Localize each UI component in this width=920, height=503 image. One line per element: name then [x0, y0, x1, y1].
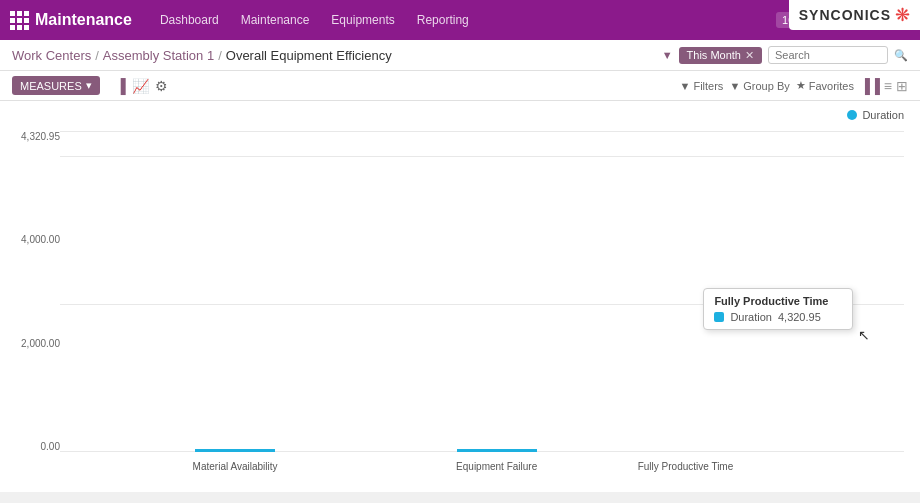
synconics-name: SYNCONICS — [799, 7, 891, 23]
measures-label: MEASURES — [20, 80, 82, 92]
synconics-icon: ❋ — [895, 4, 910, 26]
search-icon[interactable]: 🔍 — [894, 49, 908, 62]
breadcrumb-work-centers[interactable]: Work Centers — [12, 48, 91, 63]
chart-area: Duration 4,320.95 4,000.00 2,000.00 0.00… — [0, 101, 920, 492]
chart-legend: Duration — [847, 109, 904, 121]
gridline-2 — [60, 156, 904, 157]
breadcrumb-assembly-station[interactable]: Assembly Station 1 — [103, 48, 214, 63]
measures-button[interactable]: MEASURES ▾ — [12, 76, 100, 95]
breadcrumb-filters: ▼ This Month ✕ 🔍 — [662, 46, 908, 64]
y-axis: 4,320.95 4,000.00 2,000.00 0.00 — [10, 131, 60, 452]
filter-icon: ▼ — [680, 80, 691, 92]
bar-equipment-rect — [457, 449, 537, 452]
toolbar-right: ▼ Filters ▼ Group By ★ Favorites ▐▐ ≡ ⊞ — [680, 78, 908, 94]
line-chart-icon[interactable]: 📈 — [132, 78, 149, 94]
measures-dropdown-icon: ▾ — [86, 79, 92, 92]
toolbar-left: MEASURES ▾ ▐ 📈 ⚙ — [12, 76, 168, 95]
active-filter-tag[interactable]: This Month ✕ — [679, 47, 762, 64]
y-label-3: 2,000.00 — [21, 338, 60, 349]
favorites-label: Favorites — [809, 80, 854, 92]
chart-tooltip: Fully Productive Time Duration 4,320.95 — [703, 288, 853, 330]
chart-canvas: Material Availability Equipment Failure … — [60, 131, 904, 452]
tooltip-value: 4,320.95 — [778, 311, 821, 323]
breadcrumb: Work Centers / Assembly Station 1 / Over… — [12, 48, 392, 63]
bar-material-rect — [195, 449, 275, 452]
y-label-2: 4,000.00 — [21, 234, 60, 245]
filters-button[interactable]: ▼ Filters — [680, 80, 724, 92]
nav-reporting[interactable]: Reporting — [407, 9, 479, 31]
breadcrumb-sep2: / — [218, 48, 222, 63]
pie-chart-icon[interactable]: ⚙ — [155, 78, 168, 94]
filters-label: Filters — [693, 80, 723, 92]
legend-label: Duration — [862, 109, 904, 121]
bar-productive-label: Fully Productive Time — [638, 461, 734, 472]
y-label-bottom: 0.00 — [41, 441, 60, 452]
nav-maintenance[interactable]: Maintenance — [231, 9, 320, 31]
tooltip-series: Duration — [730, 311, 772, 323]
filter-funnel-icon: ▼ — [662, 49, 673, 61]
tooltip-row: Duration 4,320.95 — [714, 311, 842, 323]
grid-view-btn[interactable]: ⊞ — [896, 78, 908, 94]
view-icons: ▐ 📈 ⚙ — [116, 78, 168, 94]
bar-chart-icon[interactable]: ▐ — [116, 78, 126, 94]
list-view-btn[interactable]: ≡ — [884, 78, 892, 94]
favorites-button[interactable]: ★ Favorites — [796, 79, 854, 92]
navbar-menu: Dashboard Maintenance Equipments Reporti… — [150, 9, 768, 31]
bar-equipment-label: Equipment Failure — [456, 461, 537, 472]
breadcrumb-bar: Work Centers / Assembly Station 1 / Over… — [0, 40, 920, 71]
gridline-top — [60, 131, 904, 132]
legend-color — [847, 110, 857, 120]
tooltip-color — [714, 312, 724, 322]
cursor: ↖ — [858, 327, 870, 343]
app-name: Maintenance — [35, 11, 132, 29]
bar-view-btn[interactable]: ▐▐ — [860, 78, 880, 94]
search-box[interactable] — [768, 46, 888, 64]
bar-material-label: Material Availability — [193, 461, 278, 472]
y-label-top: 4,320.95 — [21, 131, 60, 142]
breadcrumb-sep1: / — [95, 48, 99, 63]
group-by-label: Group By — [743, 80, 789, 92]
breadcrumb-current: Overall Equipment Efficiency — [226, 48, 392, 63]
search-input[interactable] — [775, 49, 875, 61]
navbar: Maintenance Dashboard Maintenance Equipm… — [0, 0, 920, 40]
grid-icon — [10, 11, 29, 30]
group-by-button[interactable]: ▼ Group By — [729, 80, 789, 92]
group-by-icon: ▼ — [729, 80, 740, 92]
synconics-logo: SYNCONICS ❋ — [789, 0, 920, 30]
filter-tag-close[interactable]: ✕ — [745, 49, 754, 62]
view-toggle: ▐▐ ≡ ⊞ — [860, 78, 908, 94]
tooltip-title: Fully Productive Time — [714, 295, 842, 307]
nav-equipments[interactable]: Equipments — [321, 9, 404, 31]
navbar-logo: Maintenance — [10, 11, 132, 30]
star-icon: ★ — [796, 79, 806, 92]
filter-tag-label: This Month — [687, 49, 741, 61]
nav-dashboard[interactable]: Dashboard — [150, 9, 229, 31]
toolbar: MEASURES ▾ ▐ 📈 ⚙ ▼ Filters ▼ Group By ★ … — [0, 71, 920, 101]
